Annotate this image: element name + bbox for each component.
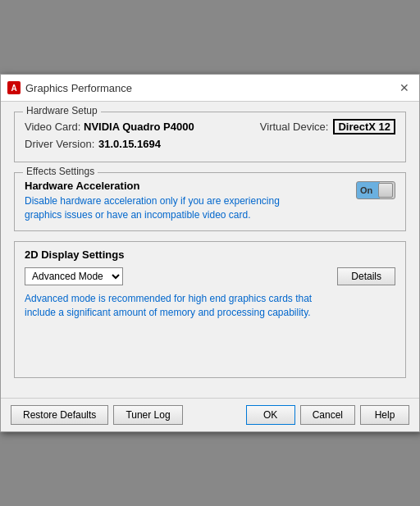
mode-select[interactable]: Advanced Mode Basic Mode Standard Mode xyxy=(25,267,123,285)
title-bar: A Graphics Performance ✕ xyxy=(1,75,419,102)
virtual-device-info: Virtual Device: DirectX 12 xyxy=(260,119,395,134)
details-button[interactable]: Details xyxy=(337,267,395,285)
main-window: A Graphics Performance ✕ Hardware Setup … xyxy=(0,74,420,431)
driver-row: Driver Version: 31.0.15.1694 xyxy=(25,138,395,150)
toggle-container: On xyxy=(356,181,395,199)
spacer xyxy=(25,320,395,369)
ok-button[interactable]: OK xyxy=(246,405,295,425)
display-description: Advanced mode is recommended for high en… xyxy=(25,292,336,320)
effects-section-label: Effects Settings xyxy=(23,166,98,177)
virtual-device-value: DirectX 12 xyxy=(333,119,395,134)
tuner-log-button[interactable]: Tuner Log xyxy=(113,405,182,425)
hw-accel-toggle[interactable]: On xyxy=(356,181,395,199)
hardware-setup-section: Hardware Setup Video Card: NVIDIA Quadro… xyxy=(14,112,406,162)
restore-defaults-button[interactable]: Restore Defaults xyxy=(11,405,108,425)
driver-label: Driver Version: xyxy=(25,138,98,150)
display-controls-row: Advanced Mode Basic Mode Standard Mode D… xyxy=(25,267,395,285)
effects-inner: Hardware Acceleration Disable hardware a… xyxy=(25,180,395,222)
video-card-label: Video Card: xyxy=(25,121,80,133)
display-settings-section: 2D Display Settings Advanced Mode Basic … xyxy=(14,241,406,378)
hw-accel-desc: Disable hardware acceleration only if yo… xyxy=(25,194,304,222)
hw-accel-title: Hardware Acceleration xyxy=(25,180,346,192)
effects-section: Effects Settings Hardware Acceleration D… xyxy=(14,172,406,231)
driver-value: 31.0.15.1694 xyxy=(98,138,161,150)
content-area: Hardware Setup Video Card: NVIDIA Quadro… xyxy=(1,102,419,397)
window-title: Graphics Performance xyxy=(25,82,391,94)
effects-text: Hardware Acceleration Disable hardware a… xyxy=(25,180,346,222)
toggle-on-label: On xyxy=(360,185,372,195)
toggle-thumb xyxy=(378,183,393,198)
help-button[interactable]: Help xyxy=(360,405,409,425)
hardware-setup-label: Hardware Setup xyxy=(23,105,101,116)
app-icon: A xyxy=(7,81,21,94)
cancel-button[interactable]: Cancel xyxy=(300,405,355,425)
video-card-info: Video Card: NVIDIA Quadro P4000 xyxy=(25,121,194,133)
close-button[interactable]: ✕ xyxy=(396,80,413,96)
virtual-device-label: Virtual Device: xyxy=(260,121,329,133)
bottom-bar: Restore Defaults Tuner Log OK Cancel Hel… xyxy=(1,398,419,431)
display-settings-title: 2D Display Settings xyxy=(25,248,395,261)
video-card-value: NVIDIA Quadro P4000 xyxy=(84,121,194,133)
hardware-info-row: Video Card: NVIDIA Quadro P4000 Virtual … xyxy=(25,119,395,134)
